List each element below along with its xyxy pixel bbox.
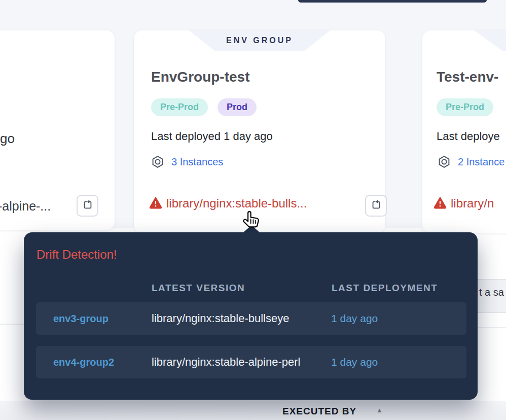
drift-detection-title: Drift Detection! <box>37 248 117 262</box>
last-deployed-fragment: go <box>0 131 15 147</box>
env-group-link[interactable]: env4-group2 <box>53 357 114 368</box>
preprod-badge: Pre-Prod <box>151 98 208 116</box>
copy-redeploy-icon <box>82 199 93 212</box>
env-card-envgroup-test[interactable]: ENV GROUP EnvGroup-test Pre-Prod Prod La… <box>134 30 385 233</box>
drift-detection-tooltip: Drift Detection! LATEST VERSION LAST DEP… <box>24 232 478 400</box>
warning-triangle-icon <box>149 196 162 211</box>
env-group-type-badge <box>474 30 506 51</box>
latest-version-column-header: LATEST VERSION <box>152 283 245 294</box>
last-deployed-text: Last deploye <box>437 130 500 143</box>
table-row-divider <box>0 324 24 325</box>
env-group-title: EnvGroup-test <box>151 69 249 85</box>
last-deployed-text: Last deployed 1 day ago <box>151 130 273 143</box>
last-deployment-column-header: LAST DEPLOYMENT <box>332 283 438 294</box>
prod-badge: Prod <box>218 98 257 116</box>
table-header-bar <box>0 401 506 420</box>
image-alert-row[interactable]: library/nginx:stable-bulls... <box>149 196 307 211</box>
drift-table-row: env4-group2 library/nginx:stable-alpine-… <box>36 346 466 378</box>
instances-row[interactable]: 3 Instances <box>151 155 223 168</box>
sort-ascending-icon[interactable]: ▲ <box>376 406 383 414</box>
copy-redeploy-icon <box>371 199 382 212</box>
env-group-title: Test-env- <box>437 69 498 85</box>
env-card-test-env[interactable]: Test-env- Pre-Prod Last deploye 2 Instan… <box>422 30 506 233</box>
drifted-image-link[interactable]: library/n <box>451 196 494 211</box>
latest-version-value: library/nginx:stable-bullseye <box>152 312 289 325</box>
redeploy-button[interactable] <box>77 195 98 217</box>
table-row-divider <box>478 327 506 328</box>
drift-table-row: env3-group library/nginx:stable-bullseye… <box>36 302 466 335</box>
environment-badges: Pre-Prod Prod <box>151 98 257 116</box>
last-deployment-value: 1 day ago <box>331 356 378 368</box>
instances-row[interactable]: 2 Instance <box>438 155 504 168</box>
latest-version-value: library/nginx:stable-alpine-perl <box>152 356 300 369</box>
env-group-link[interactable]: env3-group <box>53 313 109 325</box>
redeploy-button[interactable] <box>365 195 387 217</box>
environment-badges: Pre-Prod <box>437 98 493 116</box>
hand-pointer-cursor <box>240 209 263 233</box>
table-partial-text: t a sa <box>479 287 504 298</box>
top-toolbar-sliver <box>298 0 487 3</box>
executed-by-column-header[interactable]: EXECUTED BY <box>282 406 356 417</box>
instances-link[interactable]: 2 Instance <box>458 156 504 168</box>
warning-triangle-icon <box>433 196 447 211</box>
hexagon-instances-icon <box>438 155 451 168</box>
env-group-type-badge: ENV GROUP <box>189 30 330 51</box>
last-deployment-value: 1 day ago <box>331 312 378 325</box>
drifted-image-link[interactable]: library/nginx:stable-bulls... <box>166 196 307 211</box>
preprod-badge: Pre-Prod <box>437 98 493 116</box>
instances-link[interactable]: 3 Instances <box>171 156 223 168</box>
image-alert-row[interactable]: library/n <box>433 196 494 211</box>
hexagon-instances-icon <box>151 155 164 168</box>
image-name-text: -alpine-... <box>0 199 51 214</box>
env-card-left[interactable]: go -alpine-... <box>0 30 115 230</box>
